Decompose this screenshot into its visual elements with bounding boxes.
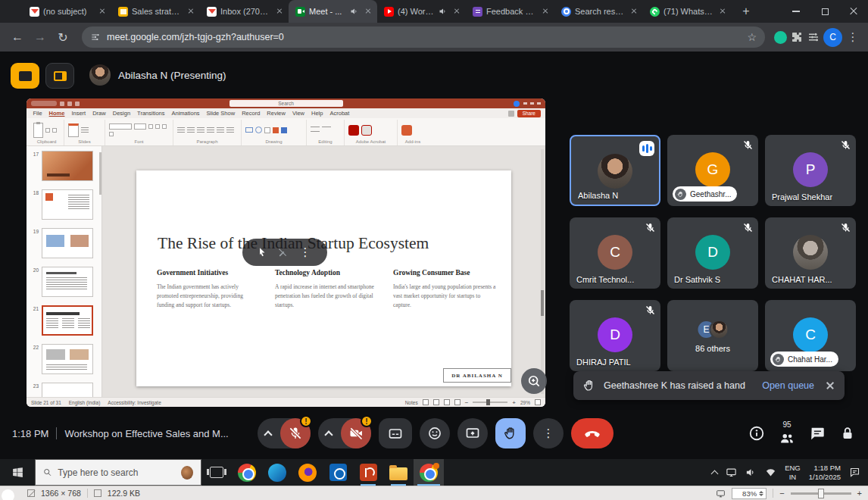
font-name-dropdown[interactable] xyxy=(109,123,132,130)
menu-file[interactable]: File xyxy=(30,110,45,117)
undo-icon[interactable] xyxy=(67,102,72,106)
shared-screen-powerpoint[interactable]: Search File Home Insert Draw Design Tran… xyxy=(27,98,545,407)
host-controls-button[interactable] xyxy=(839,425,856,442)
menu-record[interactable]: Record xyxy=(239,110,264,117)
tab-close-icon[interactable] xyxy=(451,6,462,17)
browser-menu-icon[interactable]: ⋮ xyxy=(845,30,860,44)
taskbar-chrome[interactable] xyxy=(232,459,262,486)
pen-disabled-icon[interactable] xyxy=(277,247,288,258)
mic-button[interactable]: ! xyxy=(280,418,311,448)
thumbnail-preview[interactable] xyxy=(42,267,93,297)
ribbon-group-slides[interactable]: Slides xyxy=(64,120,105,145)
profile-avatar[interactable]: C xyxy=(823,28,842,47)
ribbon-group-acrobat[interactable]: Adobe Acrobat xyxy=(345,120,398,145)
tile-abilasha[interactable]: Abilasha N xyxy=(570,135,660,206)
thumbnail-22[interactable]: 22 xyxy=(30,344,97,374)
autosave-toggle[interactable] xyxy=(31,101,57,106)
camera-options-chevron-icon[interactable] xyxy=(324,430,333,439)
powerpoint-window-controls[interactable] xyxy=(523,102,541,105)
network-icon[interactable] xyxy=(765,467,776,478)
menu-design[interactable]: Design xyxy=(109,110,133,117)
tab-close-icon[interactable] xyxy=(363,6,373,17)
window-close-button[interactable] xyxy=(839,0,868,23)
current-slide[interactable]: The Rise of the Indian Startup Ecosystem… xyxy=(136,170,511,386)
zoom-level[interactable]: 29% xyxy=(520,400,530,405)
taskbar-outlook[interactable] xyxy=(323,459,353,486)
start-button[interactable] xyxy=(0,459,35,486)
tab-close-icon[interactable] xyxy=(186,6,196,17)
thumbnail-preview[interactable] xyxy=(42,305,93,336)
ribbon-group-editing[interactable]: Editing xyxy=(307,120,345,145)
present-screen-button[interactable] xyxy=(457,418,488,448)
ribbon-group-font[interactable]: Font xyxy=(105,120,173,145)
thumbnail-preview[interactable] xyxy=(42,151,93,181)
presentation-popout-button[interactable] xyxy=(45,63,74,89)
thumbnail-17[interactable]: 17 xyxy=(30,151,97,181)
ribbon-group-clipboard[interactable]: Clipboard xyxy=(30,120,64,145)
slideshow-icon[interactable] xyxy=(454,399,461,405)
tab-whatsapp[interactable]: (71) WhatsA... xyxy=(643,0,732,23)
menu-home[interactable]: Home xyxy=(45,110,68,117)
tab-feedback-form[interactable]: Feedback Fo... xyxy=(466,0,554,23)
normal-view-icon[interactable] xyxy=(423,399,429,405)
office-account-avatar[interactable] xyxy=(514,101,520,107)
zoom-out-icon[interactable]: − xyxy=(779,489,784,498)
taskbar-search-input[interactable] xyxy=(58,467,175,478)
thumbnail-23[interactable]: 23 xyxy=(30,383,97,397)
tab-no-subject[interactable]: (no subject) xyxy=(23,0,111,23)
site-settings-icon[interactable] xyxy=(90,32,101,42)
create-pdf-icon[interactable] xyxy=(348,125,359,136)
meeting-details-button[interactable] xyxy=(748,425,765,442)
action-center-icon[interactable] xyxy=(849,467,860,478)
tab-inbox[interactable]: Inbox (270) -... xyxy=(200,0,289,23)
ribbon-group-paragraph[interactable]: Paragraph xyxy=(173,120,242,145)
camera-button[interactable]: ! xyxy=(341,418,371,448)
captions-button[interactable] xyxy=(379,418,412,448)
language-indicator[interactable]: English (India) xyxy=(69,400,101,405)
powerpoint-search-box[interactable]: Search xyxy=(229,100,343,107)
tab-audio-icon[interactable] xyxy=(350,7,359,16)
menu-review[interactable]: Review xyxy=(264,110,289,117)
clock-indicator[interactable]: 1:18 PM 1/10/2025 xyxy=(809,464,841,482)
share-button[interactable]: Share xyxy=(517,110,541,117)
tab-meet-active[interactable]: Meet - ... xyxy=(289,0,377,23)
more-options-button[interactable]: ⋮ xyxy=(533,418,564,448)
tile-dhiraj[interactable]: D DHIRAJ PATIL xyxy=(570,300,660,371)
window-minimize-button[interactable] xyxy=(782,0,810,23)
paste-icon[interactable] xyxy=(33,123,43,138)
new-slide-icon[interactable] xyxy=(68,123,79,137)
taskbar-file-explorer[interactable] xyxy=(383,459,414,486)
tab-audio-icon[interactable] xyxy=(439,7,448,16)
bing-daily-icon[interactable] xyxy=(181,466,193,480)
tab-close-icon[interactable] xyxy=(540,6,551,17)
tab-close-icon[interactable] xyxy=(717,6,728,17)
thumbnail-preview[interactable] xyxy=(42,228,93,258)
thumbnail-preview[interactable] xyxy=(42,383,93,397)
fit-to-window-icon[interactable] xyxy=(535,399,541,405)
menu-view[interactable]: View xyxy=(289,110,308,117)
annotation-more-icon[interactable]: ⋮ xyxy=(298,245,313,259)
reactions-button[interactable] xyxy=(420,418,450,448)
taskbar-powerpoint[interactable] xyxy=(353,459,383,486)
ribbon-group-addins[interactable]: Add-ins xyxy=(398,120,428,145)
presentation-layout-button[interactable] xyxy=(11,63,39,89)
shape-outline-icon[interactable] xyxy=(281,127,287,133)
taskbar-edge[interactable] xyxy=(262,459,292,486)
forward-icon[interactable]: → xyxy=(30,30,50,44)
menu-slide-show[interactable]: Slide Show xyxy=(203,110,239,117)
meet-annotation-toolbar[interactable]: ⋮ xyxy=(242,239,327,266)
zoom-out-icon[interactable]: − xyxy=(465,399,469,406)
grammarly-extension-icon[interactable] xyxy=(774,31,787,44)
font-size-dropdown[interactable] xyxy=(134,123,146,130)
task-view-button[interactable] xyxy=(201,459,232,486)
open-queue-button[interactable]: Open queue xyxy=(762,380,814,391)
chat-panel-button[interactable] xyxy=(809,425,826,442)
menu-draw[interactable]: Draw xyxy=(89,110,110,117)
menu-help[interactable]: Help xyxy=(308,110,326,117)
tune-extension-icon[interactable] xyxy=(807,30,820,44)
tile-cmrit[interactable]: C Cmrit Technol... xyxy=(570,217,660,289)
thumbnail-preview[interactable] xyxy=(42,189,93,220)
paint-zoom-slider[interactable] xyxy=(791,492,851,495)
paint-zoom-value[interactable]: 83% xyxy=(732,488,767,499)
thumbnail-21-selected[interactable]: 21 xyxy=(30,305,97,336)
